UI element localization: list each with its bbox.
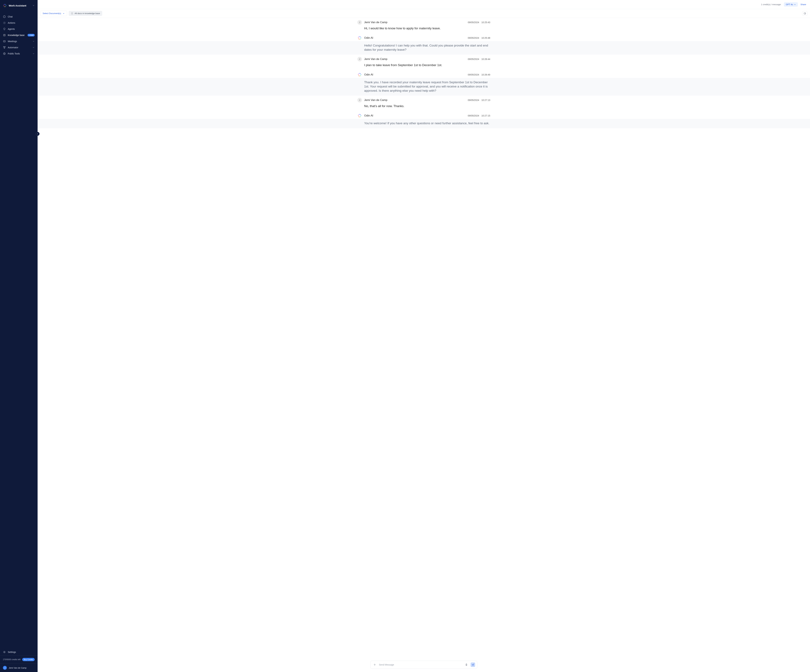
ai-message-body: You're welcome! If you have any other qu… (358, 119, 490, 128)
kb-chip-label: All docs in knowledge base (74, 12, 100, 15)
ai-avatar (358, 73, 362, 77)
sidebar: Work Assistant Chat Actions Agents Knowl… (0, 0, 37, 672)
main: 1 credit(s) / message: GPT 4o Share Sele… (37, 0, 810, 672)
panel-icon (804, 12, 806, 15)
sidebar-item-agents[interactable]: Agents (0, 26, 37, 32)
svg-rect-20 (71, 12, 73, 14)
user-message-body: I plan to take leave from September 1st … (358, 62, 490, 70)
workspace-title: Work Assistant (9, 4, 30, 7)
credits-text: 270/5000 credits left (3, 658, 20, 661)
sidebar-item-label: Agents (8, 28, 15, 30)
composer (37, 657, 810, 672)
add-badge[interactable]: +Add (27, 34, 35, 36)
message-header: Odin AI09/05/202410:25:48 (358, 34, 490, 41)
sidebar-item-chat[interactable]: Chat (0, 14, 37, 20)
message-timestamp: 09/05/202410:27:15 (468, 114, 490, 117)
sidebar-item-label: Chat (8, 15, 13, 18)
message-author: Jemi Van de Camp (364, 21, 387, 24)
share-button[interactable]: Share (800, 3, 806, 6)
sidebar-item-knowledge-base[interactable]: Knowledge base +Add (0, 32, 37, 38)
chevron-down-icon (794, 3, 796, 5)
message-timestamp: 09/05/202410:25:43 (468, 21, 490, 24)
ai-avatar (358, 35, 362, 40)
ai-message-wrap: Thank you. I have recorded your maternit… (37, 78, 810, 96)
sidebar-item-meetings[interactable]: Meetings (0, 38, 37, 44)
knowledge-base-icon (3, 34, 6, 37)
ai-message-wrap: You're welcome! If you have any other qu… (37, 119, 810, 128)
select-documents-label: Select Document(s) (42, 12, 61, 15)
message-author: Jemi Van de Camp (364, 57, 387, 61)
svg-rect-13 (3, 47, 4, 47)
svg-rect-14 (5, 47, 5, 47)
chevron-down-icon (32, 4, 35, 7)
chevron-down-icon (32, 52, 35, 55)
ai-avatar (358, 113, 362, 118)
attachment-button[interactable] (373, 662, 377, 667)
message-header: JJemi Van de Camp09/05/202410:26:44 (358, 55, 490, 62)
user-name: Jemi Van de Camp (9, 667, 27, 669)
chevron-down-icon (32, 46, 35, 49)
credits-row: 270/5000 credits left Buy Credits (0, 656, 37, 664)
svg-point-11 (4, 41, 5, 42)
meetings-icon (3, 40, 6, 43)
user-avatar: J (358, 98, 362, 102)
ai-message-body: Hello! Congratulations! I can help you w… (358, 41, 490, 55)
chat-icon (3, 15, 6, 18)
model-name: GPT 4o (786, 3, 793, 6)
message-input[interactable] (379, 664, 462, 666)
user-avatar: J (358, 20, 362, 25)
message-author: Odin AI (364, 73, 373, 76)
sidebar-item-label: Meetings (8, 40, 17, 42)
user-avatar: J (358, 57, 362, 61)
app-logo-icon (3, 3, 7, 7)
ai-message-body: Thank you. I have recorded your maternit… (358, 78, 490, 96)
knowledge-base-chip: All docs in knowledge base (69, 11, 102, 16)
message-header: JJemi Van de Camp09/05/202410:25:43 (358, 18, 490, 25)
chevron-down-icon (63, 12, 65, 14)
svg-rect-15 (4, 48, 5, 49)
document-bar: Select Document(s) All docs in knowledge… (37, 9, 810, 18)
sidebar-bottom: Settings 270/5000 credits left Buy Credi… (0, 649, 37, 672)
microphone-icon (465, 663, 468, 666)
sidepanel-toggle[interactable] (802, 11, 807, 16)
message-timestamp: 09/05/202410:25:48 (468, 37, 490, 39)
svg-point-12 (5, 41, 5, 42)
message-timestamp: 09/05/202410:27:13 (468, 99, 490, 101)
sidebar-item-actions[interactable]: Actions (0, 20, 37, 26)
sidebar-item-label: Public Tools (8, 52, 20, 55)
voice-button[interactable] (464, 662, 469, 667)
sidebar-item-label: Automator (8, 46, 18, 49)
agents-icon (3, 27, 6, 30)
sidebar-item-settings[interactable]: Settings (0, 649, 37, 656)
sidebar-collapse-button[interactable] (35, 132, 39, 136)
sidebar-item-public-tools[interactable]: Public Tools (0, 51, 37, 57)
avatar: J (3, 666, 7, 670)
plus-icon (373, 663, 376, 666)
svg-point-19 (4, 652, 5, 652)
select-documents-button[interactable]: Select Document(s) (40, 11, 67, 16)
actions-icon (3, 21, 6, 24)
chevron-down-icon (32, 40, 35, 42)
user-row[interactable]: J Jemi Van de Camp (0, 664, 37, 672)
svg-rect-6 (3, 34, 5, 36)
sidebar-item-automator[interactable]: Automator (0, 44, 37, 51)
ai-message-wrap: Hello! Congratulations! I can help you w… (37, 41, 810, 55)
sidebar-item-label: Knowledge base (8, 34, 25, 36)
document-icon (71, 12, 73, 15)
message-header: JJemi Van de Camp09/05/202410:27:13 (358, 96, 490, 103)
message-author: Odin AI (364, 36, 373, 39)
svg-rect-25 (466, 664, 467, 665)
model-selector[interactable]: GPT 4o (784, 2, 798, 7)
buy-credits-button[interactable]: Buy Credits (22, 658, 35, 661)
public-tools-icon (3, 52, 6, 55)
send-icon (472, 664, 474, 666)
user-message-body: No, that's all for now. Thanks. (358, 103, 490, 111)
automator-icon (3, 46, 6, 49)
send-button[interactable] (471, 662, 475, 667)
conversation: JJemi Van de Camp09/05/202410:25:43Hi, I… (37, 18, 810, 657)
topbar: 1 credit(s) / message: GPT 4o Share (37, 0, 810, 9)
gear-icon (3, 651, 6, 653)
workspace-switcher[interactable]: Work Assistant (0, 0, 37, 11)
message-author: Jemi Van de Camp (364, 98, 387, 102)
user-message-body: Hi, I would like to know how to apply fo… (358, 25, 490, 34)
